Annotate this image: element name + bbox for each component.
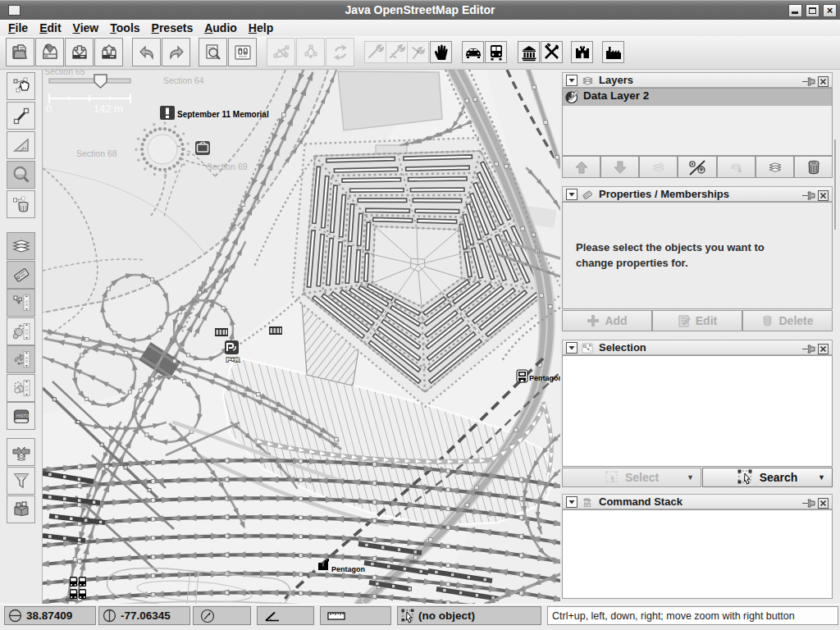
svg-text:P+R: P+R	[226, 356, 240, 363]
svg-text:Pentagon: Pentagon	[331, 565, 365, 573]
svg-text:September 11 Memorial: September 11 Memorial	[177, 110, 269, 119]
svg-text:Section 65: Section 65	[44, 70, 85, 76]
svg-text:Section 69: Section 69	[207, 162, 248, 171]
svg-text:Pentagon: Pentagon	[529, 374, 560, 382]
svg-text:0: 0	[46, 103, 52, 115]
svg-text:Section 68: Section 68	[76, 148, 117, 158]
svg-text:HISTORY: HISTORY	[16, 413, 31, 418]
svg-text:142 m: 142 m	[94, 103, 123, 115]
svg-text:Section 64: Section 64	[163, 75, 204, 85]
